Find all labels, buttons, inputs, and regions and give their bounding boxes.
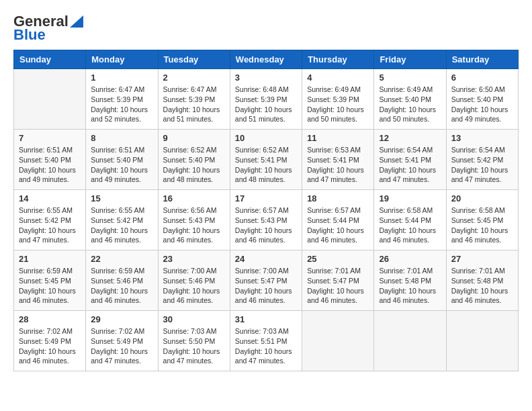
day-info: Sunrise: 6:57 AM Sunset: 5:44 PM Dayligh… xyxy=(307,205,369,245)
calendar-week-row: 1Sunrise: 6:47 AM Sunset: 5:39 PM Daylig… xyxy=(14,69,519,130)
day-number: 12 xyxy=(379,133,441,143)
day-info: Sunrise: 6:53 AM Sunset: 5:41 PM Dayligh… xyxy=(307,145,369,185)
day-of-week-header: Friday xyxy=(374,50,446,69)
calendar-week-row: 14Sunrise: 6:55 AM Sunset: 5:42 PM Dayli… xyxy=(14,190,519,250)
calendar-cell: 19Sunrise: 6:58 AM Sunset: 5:44 PM Dayli… xyxy=(374,190,446,250)
day-number: 15 xyxy=(91,193,152,203)
day-number: 7 xyxy=(19,133,81,143)
calendar-cell: 24Sunrise: 7:00 AM Sunset: 5:47 PM Dayli… xyxy=(230,250,302,311)
day-number: 28 xyxy=(19,314,81,324)
day-info: Sunrise: 6:51 AM Sunset: 5:40 PM Dayligh… xyxy=(91,145,152,185)
calendar-cell: 2Sunrise: 6:47 AM Sunset: 5:39 PM Daylig… xyxy=(158,69,230,130)
calendar-cell: 31Sunrise: 7:03 AM Sunset: 5:51 PM Dayli… xyxy=(230,311,302,371)
day-info: Sunrise: 6:59 AM Sunset: 5:46 PM Dayligh… xyxy=(91,266,152,306)
day-number: 29 xyxy=(91,314,152,324)
day-number: 27 xyxy=(451,254,513,264)
calendar-cell: 13Sunrise: 6:54 AM Sunset: 5:42 PM Dayli… xyxy=(446,130,518,190)
day-of-week-header: Saturday xyxy=(446,50,518,69)
calendar-cell: 4Sunrise: 6:49 AM Sunset: 5:39 PM Daylig… xyxy=(302,69,374,130)
calendar-cell: 10Sunrise: 6:52 AM Sunset: 5:41 PM Dayli… xyxy=(230,130,302,190)
day-info: Sunrise: 6:54 AM Sunset: 5:42 PM Dayligh… xyxy=(451,145,513,185)
calendar-cell: 6Sunrise: 6:50 AM Sunset: 5:40 PM Daylig… xyxy=(446,69,518,130)
calendar-cell: 11Sunrise: 6:53 AM Sunset: 5:41 PM Dayli… xyxy=(302,130,374,190)
day-number: 25 xyxy=(307,254,369,264)
calendar-cell: 26Sunrise: 7:01 AM Sunset: 5:48 PM Dayli… xyxy=(374,250,446,311)
calendar-cell: 1Sunrise: 6:47 AM Sunset: 5:39 PM Daylig… xyxy=(86,69,158,130)
day-info: Sunrise: 7:01 AM Sunset: 5:48 PM Dayligh… xyxy=(451,266,513,306)
calendar-header-row: SundayMondayTuesdayWednesdayThursdayFrid… xyxy=(14,50,519,69)
day-number: 13 xyxy=(451,133,513,143)
calendar-cell: 15Sunrise: 6:55 AM Sunset: 5:42 PM Dayli… xyxy=(86,190,158,250)
day-info: Sunrise: 7:03 AM Sunset: 5:51 PM Dayligh… xyxy=(235,326,297,366)
calendar-cell: 22Sunrise: 6:59 AM Sunset: 5:46 PM Dayli… xyxy=(86,250,158,311)
calendar-cell xyxy=(302,311,374,371)
calendar-cell: 29Sunrise: 7:02 AM Sunset: 5:49 PM Dayli… xyxy=(86,311,158,371)
calendar-cell: 17Sunrise: 6:57 AM Sunset: 5:43 PM Dayli… xyxy=(230,190,302,250)
day-info: Sunrise: 6:50 AM Sunset: 5:40 PM Dayligh… xyxy=(451,85,513,124)
day-of-week-header: Tuesday xyxy=(158,50,230,69)
day-number: 31 xyxy=(235,314,297,324)
day-number: 22 xyxy=(91,254,152,264)
calendar-cell: 21Sunrise: 6:59 AM Sunset: 5:45 PM Dayli… xyxy=(14,250,86,311)
calendar-cell: 3Sunrise: 6:48 AM Sunset: 5:39 PM Daylig… xyxy=(230,69,302,130)
calendar-cell: 12Sunrise: 6:54 AM Sunset: 5:41 PM Dayli… xyxy=(374,130,446,190)
day-of-week-header: Thursday xyxy=(302,50,374,69)
day-number: 11 xyxy=(307,133,369,143)
calendar-cell: 25Sunrise: 7:01 AM Sunset: 5:47 PM Dayli… xyxy=(302,250,374,311)
calendar-cell: 27Sunrise: 7:01 AM Sunset: 5:48 PM Dayli… xyxy=(446,250,518,311)
day-number: 10 xyxy=(235,133,297,143)
calendar-cell: 16Sunrise: 6:56 AM Sunset: 5:43 PM Dayli… xyxy=(158,190,230,250)
calendar-cell: 30Sunrise: 7:03 AM Sunset: 5:50 PM Dayli… xyxy=(158,311,230,371)
day-info: Sunrise: 6:49 AM Sunset: 5:39 PM Dayligh… xyxy=(307,85,369,124)
day-info: Sunrise: 6:56 AM Sunset: 5:43 PM Dayligh… xyxy=(163,205,225,245)
calendar-week-row: 7Sunrise: 6:51 AM Sunset: 5:40 PM Daylig… xyxy=(14,130,519,190)
day-info: Sunrise: 7:02 AM Sunset: 5:49 PM Dayligh… xyxy=(19,326,81,366)
day-number: 14 xyxy=(19,193,81,203)
day-number: 17 xyxy=(235,193,297,203)
calendar-week-row: 28Sunrise: 7:02 AM Sunset: 5:49 PM Dayli… xyxy=(14,311,519,371)
day-number: 16 xyxy=(163,193,225,203)
calendar-cell xyxy=(14,69,86,130)
logo: General Blue xyxy=(13,13,83,43)
day-of-week-header: Wednesday xyxy=(230,50,302,69)
day-info: Sunrise: 6:49 AM Sunset: 5:40 PM Dayligh… xyxy=(379,85,441,124)
day-info: Sunrise: 7:00 AM Sunset: 5:47 PM Dayligh… xyxy=(235,266,297,306)
day-number: 23 xyxy=(163,254,225,264)
day-info: Sunrise: 7:01 AM Sunset: 5:47 PM Dayligh… xyxy=(307,266,369,306)
day-number: 6 xyxy=(451,73,513,83)
logo-text-blue: Blue xyxy=(13,27,46,43)
day-info: Sunrise: 6:57 AM Sunset: 5:43 PM Dayligh… xyxy=(235,205,297,245)
svg-marker-0 xyxy=(70,15,83,28)
day-number: 2 xyxy=(163,73,225,83)
calendar-week-row: 21Sunrise: 6:59 AM Sunset: 5:45 PM Dayli… xyxy=(14,250,519,311)
day-number: 1 xyxy=(91,73,152,83)
day-info: Sunrise: 6:55 AM Sunset: 5:42 PM Dayligh… xyxy=(91,205,152,245)
calendar-cell: 8Sunrise: 6:51 AM Sunset: 5:40 PM Daylig… xyxy=(86,130,158,190)
day-number: 21 xyxy=(19,254,81,264)
day-number: 4 xyxy=(307,73,369,83)
day-info: Sunrise: 6:47 AM Sunset: 5:39 PM Dayligh… xyxy=(91,85,152,124)
calendar-cell: 20Sunrise: 6:58 AM Sunset: 5:45 PM Dayli… xyxy=(446,190,518,250)
calendar-table: SundayMondayTuesdayWednesdayThursdayFrid… xyxy=(13,50,519,371)
day-info: Sunrise: 6:47 AM Sunset: 5:39 PM Dayligh… xyxy=(163,85,225,124)
day-number: 8 xyxy=(91,133,152,143)
calendar-cell: 18Sunrise: 6:57 AM Sunset: 5:44 PM Dayli… xyxy=(302,190,374,250)
day-info: Sunrise: 6:54 AM Sunset: 5:41 PM Dayligh… xyxy=(379,145,441,185)
day-info: Sunrise: 7:01 AM Sunset: 5:48 PM Dayligh… xyxy=(379,266,441,306)
day-of-week-header: Monday xyxy=(86,50,158,69)
day-info: Sunrise: 6:52 AM Sunset: 5:40 PM Dayligh… xyxy=(163,145,225,185)
day-number: 26 xyxy=(379,254,441,264)
calendar-cell xyxy=(446,311,518,371)
day-number: 3 xyxy=(235,73,297,83)
day-info: Sunrise: 7:02 AM Sunset: 5:49 PM Dayligh… xyxy=(91,326,152,366)
day-number: 24 xyxy=(235,254,297,264)
day-info: Sunrise: 6:51 AM Sunset: 5:40 PM Dayligh… xyxy=(19,145,81,185)
calendar-cell: 5Sunrise: 6:49 AM Sunset: 5:40 PM Daylig… xyxy=(374,69,446,130)
day-number: 30 xyxy=(163,314,225,324)
day-info: Sunrise: 7:03 AM Sunset: 5:50 PM Dayligh… xyxy=(163,326,225,366)
day-info: Sunrise: 6:55 AM Sunset: 5:42 PM Dayligh… xyxy=(19,205,81,245)
day-info: Sunrise: 6:59 AM Sunset: 5:45 PM Dayligh… xyxy=(19,266,81,306)
day-number: 18 xyxy=(307,193,369,203)
page-header: General Blue xyxy=(13,13,519,43)
day-number: 19 xyxy=(379,193,441,203)
